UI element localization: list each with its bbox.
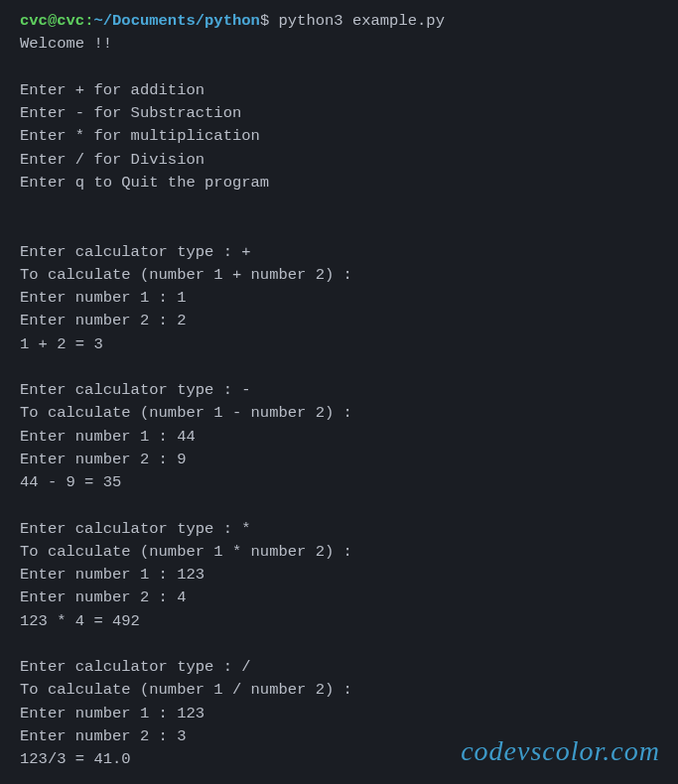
output-menu4: Enter / for Division [20,151,204,169]
output-op4-num2: Enter number 2 : 3 [20,727,186,745]
output-menu3: Enter * for multiplication [20,127,260,145]
output-op1-type: Enter calculator type : + [20,243,251,261]
prompt-dollar: $ [260,12,269,30]
output-op2-type: Enter calculator type : - [20,381,251,399]
output-welcome: Welcome !! [20,35,112,53]
output-op2-result: 44 - 9 = 35 [20,473,121,491]
prompt-path: ~/Documents/python [93,12,259,30]
watermark-text: codevscolor.com [461,730,660,772]
prompt-user: cvc@cvc [20,12,84,30]
output-op4-num1: Enter number 1 : 123 [20,705,204,722]
output-op4-type: Enter calculator type : / [20,658,251,676]
output-menu5: Enter q to Quit the program [20,174,269,192]
output-menu2: Enter - for Substraction [20,104,241,122]
output-op2-num2: Enter number 2 : 9 [20,451,186,468]
output-op3-type: Enter calculator type : * [20,520,251,538]
output-op1-num2: Enter number 2 : 2 [20,312,186,329]
output-op2-num1: Enter number 1 : 44 [20,428,196,446]
output-op1-prompt: To calculate (number 1 + number 2) : [20,266,352,284]
output-op4-result: 123/3 = 41.0 [20,750,131,768]
output-op3-num1: Enter number 1 : 123 [20,566,204,584]
command-text: python3 example.py [279,12,445,30]
output-op1-num1: Enter number 1 : 1 [20,289,186,307]
output-op1-result: 1 + 2 = 3 [20,335,103,353]
output-op3-result: 123 * 4 = 492 [20,612,140,630]
output-op3-prompt: To calculate (number 1 * number 2) : [20,543,352,561]
terminal-window[interactable]: cvc@cvc:~/Documents/python$ python3 exam… [20,10,658,784]
output-op3-num2: Enter number 2 : 4 [20,588,186,606]
output-op4-prompt: To calculate (number 1 / number 2) : [20,681,352,699]
output-menu1: Enter + for addition [20,81,204,99]
output-op2-prompt: To calculate (number 1 - number 2) : [20,404,352,422]
